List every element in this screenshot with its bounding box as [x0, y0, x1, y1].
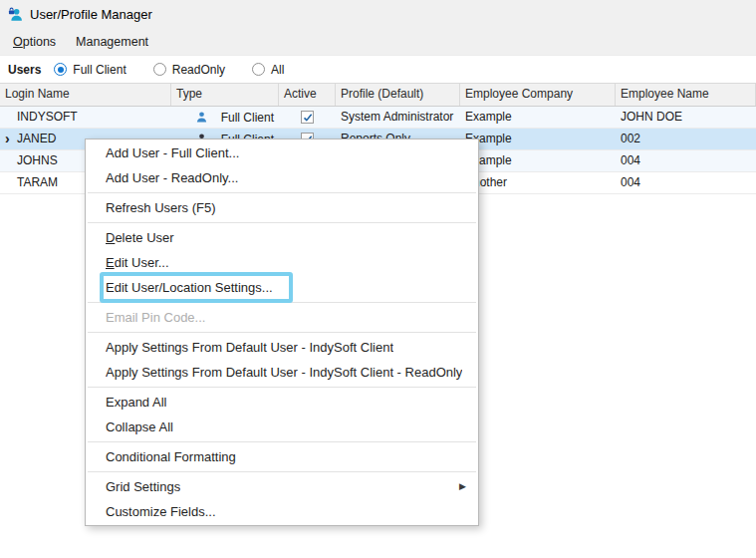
menu-item-label: Delete User	[106, 230, 174, 245]
menu-item[interactable]: Collapse All	[86, 415, 478, 439]
menu-item-label: Expand All	[106, 395, 166, 410]
column-header[interactable]: Employee Name	[616, 84, 756, 106]
menu-item: Email Pin Code...	[86, 305, 478, 330]
grid-header: Login NameTypeActiveProfile (Default)Emp…	[0, 83, 756, 107]
menu-item-label: Add User - Full Client...	[106, 145, 239, 160]
menu-separator	[88, 302, 476, 303]
title-bar: User/Profile Manager	[0, 0, 756, 28]
employee-name-cell: JOHN DOE	[616, 107, 756, 128]
active-cell	[279, 107, 336, 128]
employee-company-cell: Another	[460, 172, 616, 193]
menu-item[interactable]: Refresh Users (F5)	[86, 195, 478, 220]
radio-label: All	[271, 63, 284, 77]
menu-bar: Options Management	[0, 28, 756, 56]
user-icon	[195, 111, 208, 124]
menu-separator	[88, 441, 476, 442]
column-header[interactable]: Active	[279, 84, 336, 106]
focused-row-indicator: ›	[5, 130, 10, 147]
menu-item-label: Apply Settings From Default User - IndyS…	[106, 365, 462, 380]
login-name: JANED	[17, 132, 56, 145]
submenu-arrow-icon: ▶	[459, 482, 466, 491]
radio-option-all[interactable]: All	[252, 63, 284, 77]
login-name: JOHNS	[17, 153, 58, 167]
radio-icon	[54, 63, 67, 76]
menu-item-label: Refresh Users (F5)	[106, 200, 216, 215]
column-header[interactable]: Employee Company	[460, 84, 616, 106]
employee-company-cell: Example	[460, 150, 616, 171]
menu-separator	[88, 222, 476, 223]
user-profile-manager-window: User/Profile Manager Options Management …	[0, 0, 756, 558]
radio-option-full-client[interactable]: Full Client	[54, 63, 126, 77]
menu-item[interactable]: Add User - ReadOnly...	[86, 165, 478, 190]
menu-item[interactable]: Grid Settings▶	[86, 474, 478, 499]
employee-name-cell: 004	[616, 172, 756, 193]
menu-item-label: Customize Fields...	[106, 504, 216, 519]
employee-company-cell: Example	[460, 107, 616, 128]
menu-separator	[88, 192, 476, 193]
menu-item-label: Add User - ReadOnly...	[106, 170, 238, 185]
users-label: Users	[8, 63, 41, 77]
menu-item-label: Conditional Formatting	[106, 449, 236, 464]
type-cell: Full Client	[171, 107, 279, 128]
radio-icon	[252, 63, 265, 76]
users-filter-bar: Users Full Client ReadOnly All	[0, 56, 756, 83]
radio-label: ReadOnly	[172, 63, 225, 77]
menu-item[interactable]: Edit User/Location Settings...	[86, 275, 478, 300]
user-lock-icon	[8, 7, 23, 22]
radio-option-readonly[interactable]: ReadOnly	[153, 63, 225, 77]
menu-item[interactable]: Apply Settings From Default User - IndyS…	[86, 335, 478, 360]
context-menu: Add User - Full Client...Add User - Read…	[85, 139, 479, 526]
login-name: INDYSOFT	[17, 110, 78, 124]
type-label: Full Client	[221, 108, 274, 128]
radio-icon	[153, 63, 166, 76]
login-cell: INDYSOFT	[0, 107, 171, 128]
menu-item[interactable]: Expand All	[86, 390, 478, 415]
menu-item[interactable]: Delete User	[86, 225, 478, 250]
column-header[interactable]: Profile (Default)	[336, 84, 460, 106]
profile-cell: System Administrator	[336, 107, 460, 128]
menu-item-label: Edit User...	[106, 255, 169, 270]
column-header[interactable]: Type	[171, 84, 279, 106]
menu-item-label: Edit User/Location Settings...	[106, 280, 273, 295]
menu-item[interactable]: Add User - Full Client...	[86, 140, 478, 165]
menu-management[interactable]: Management	[66, 31, 158, 53]
column-header[interactable]: Login Name	[0, 84, 171, 106]
table-row[interactable]: INDYSOFTFull ClientSystem AdministratorE…	[0, 107, 756, 129]
menu-item-label: Grid Settings	[106, 479, 180, 494]
menu-item[interactable]: Customize Fields...	[86, 499, 478, 524]
menu-item-label: Email Pin Code...	[106, 310, 205, 325]
menu-options[interactable]: Options	[3, 31, 66, 53]
menu-item[interactable]: Edit User...	[86, 250, 478, 275]
radio-label: Full Client	[73, 63, 126, 77]
employee-name-cell: 004	[616, 150, 756, 171]
menu-separator	[88, 471, 476, 472]
employee-company-cell: Example	[460, 129, 616, 149]
menu-item[interactable]: Apply Settings From Default User - IndyS…	[86, 360, 478, 385]
active-checkbox[interactable]	[301, 111, 314, 124]
menu-item[interactable]: Conditional Formatting	[86, 444, 478, 469]
window-title: User/Profile Manager	[30, 7, 152, 22]
menu-separator	[88, 387, 476, 388]
menu-item-label: Collapse All	[106, 419, 173, 434]
login-name: TARAM	[17, 175, 58, 189]
employee-name-cell: 002	[616, 129, 756, 149]
menu-separator	[88, 332, 476, 333]
menu-item-label: Apply Settings From Default User - IndyS…	[106, 340, 393, 355]
